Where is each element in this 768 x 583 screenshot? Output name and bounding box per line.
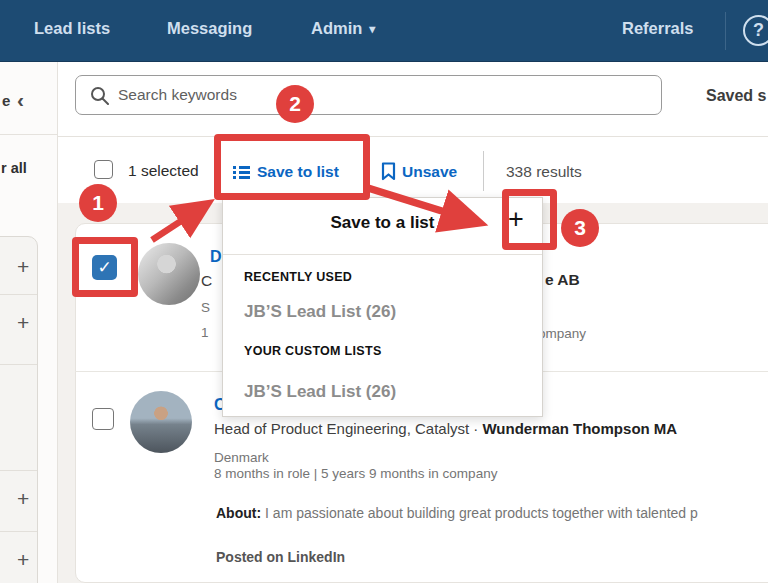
- filters-sidebar: e ‹ r all + + + +: [0, 62, 58, 583]
- nav-admin-label: Admin: [311, 19, 362, 37]
- nav-divider: [725, 12, 726, 50]
- results-count: 338 results: [506, 163, 582, 181]
- lead-2-title: Head of Product Engineering, Catalyst · …: [214, 420, 677, 437]
- lead-2-company: Wunderman Thompson MA: [482, 420, 677, 437]
- lead-2-avatar[interactable]: [130, 391, 192, 453]
- sidebar-divider: [0, 134, 58, 135]
- filter-row-divider: [0, 531, 37, 532]
- lead-2-location: Denmark: [214, 450, 269, 465]
- dropdown-list-item[interactable]: JB’S Lead List (26): [244, 302, 396, 322]
- filter-expand-plus-icon[interactable]: +: [17, 548, 29, 572]
- lead-2-title-prefix: Head of Product Engineering, Catalyst ·: [214, 420, 482, 437]
- filter-row-divider: [0, 294, 37, 295]
- toolbar-divider: [483, 151, 484, 191]
- nav-admin[interactable]: Admin▾: [311, 19, 375, 38]
- help-icon[interactable]: ?: [743, 15, 768, 46]
- bookmark-icon: [381, 162, 396, 181]
- lead-2-posted-on: Posted on LinkedIn: [216, 549, 345, 565]
- lead-1-name-fragment[interactable]: D: [210, 248, 222, 266]
- search-icon: [90, 86, 109, 105]
- save-to-list-label: Save to list: [257, 163, 339, 181]
- nav-referrals[interactable]: Referrals: [622, 19, 694, 38]
- nav-lead-lists[interactable]: Lead lists: [34, 19, 110, 38]
- chevron-down-icon: ▾: [369, 22, 375, 36]
- lead-1-avatar[interactable]: [138, 243, 200, 305]
- lead-1-company-fragment: e AB: [545, 271, 580, 289]
- dropdown-divider: [223, 254, 542, 255]
- lead-2-checkbox[interactable]: [92, 408, 114, 430]
- filter-panel: + + + +: [0, 236, 38, 583]
- save-to-list-dropdown: Save to a list + RECENTLY USED JB’S Lead…: [222, 197, 543, 417]
- filter-expand-plus-icon[interactable]: +: [17, 487, 29, 511]
- filter-row-divider: [0, 364, 37, 365]
- filter-expand-plus-icon[interactable]: +: [17, 311, 29, 335]
- unsave-label: Unsave: [402, 163, 457, 181]
- dropdown-section-recently-used: RECENTLY USED: [244, 270, 352, 284]
- selected-count: 1 selected: [128, 162, 199, 180]
- about-label: About:: [216, 505, 261, 521]
- lead-1-title-fragment: C: [201, 272, 212, 290]
- filter-row-divider: [0, 470, 37, 471]
- dropdown-list-item[interactable]: JB’S Lead List (26): [244, 382, 396, 402]
- lead-1-tenure-end-fragment: ompany: [538, 326, 586, 341]
- dropdown-section-custom-lists: YOUR CUSTOM LISTS: [244, 344, 382, 358]
- lead-1-checkbox[interactable]: ✓: [92, 255, 117, 280]
- save-to-list-button[interactable]: Save to list: [233, 163, 339, 181]
- collapse-chevron-icon[interactable]: ‹: [17, 88, 24, 112]
- sidebar-collapse-label-fragment: e: [2, 92, 10, 109]
- search-placeholder: Search keywords: [118, 86, 237, 104]
- select-all-checkbox[interactable]: [94, 160, 113, 179]
- nav-messaging[interactable]: Messaging: [167, 19, 252, 38]
- about-text: I am passionate about building great pro…: [265, 505, 698, 521]
- saved-searches-link-fragment[interactable]: Saved s: [706, 87, 766, 105]
- create-list-plus-button[interactable]: +: [508, 204, 524, 235]
- lead-1-tenure-fragment: 1: [201, 325, 209, 340]
- lead-2-tenure: 8 months in role | 5 years 9 months in c…: [214, 466, 497, 481]
- filter-expand-plus-icon[interactable]: +: [17, 255, 29, 279]
- lead-1-location-fragment: S: [201, 300, 210, 315]
- screen: Lead lists Messaging Admin▾ Referrals ? …: [0, 0, 768, 583]
- search-input[interactable]: Search keywords: [75, 75, 662, 115]
- unsave-button[interactable]: Unsave: [381, 162, 457, 181]
- top-navbar: Lead lists Messaging Admin▾ Referrals ?: [0, 0, 768, 62]
- sidebar-content-divider: [57, 62, 58, 583]
- list-icon: [233, 165, 250, 180]
- lead-2-about: About:I am passionate about building gre…: [216, 505, 698, 521]
- dropdown-title: Save to a list: [223, 213, 542, 233]
- clear-all-fragment: r all: [1, 160, 27, 176]
